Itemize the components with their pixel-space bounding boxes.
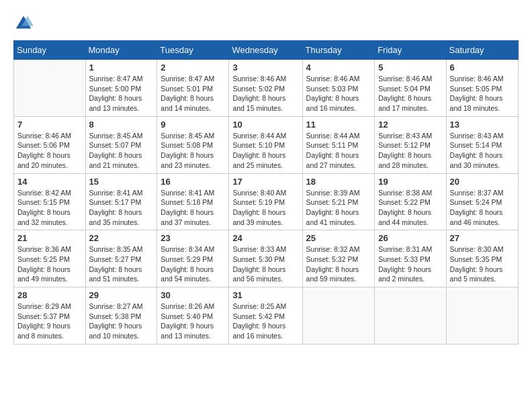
day-info: Sunrise: 8:46 AM Sunset: 5:06 PM Dayligh… [17,131,82,171]
day-number: 29 [89,290,154,300]
calendar-cell: 23Sunrise: 8:34 AM Sunset: 5:29 PM Dayli… [157,230,229,287]
calendar-cell: 11Sunrise: 8:44 AM Sunset: 5:11 PM Dayli… [302,116,375,173]
day-info: Sunrise: 8:30 AM Sunset: 5:35 PM Dayligh… [450,244,515,284]
day-info: Sunrise: 8:38 AM Sunset: 5:22 PM Dayligh… [378,188,442,228]
logo [13,13,36,34]
day-info: Sunrise: 8:42 AM Sunset: 5:15 PM Dayligh… [17,188,82,228]
day-number: 20 [450,177,515,187]
calendar-cell: 12Sunrise: 8:43 AM Sunset: 5:12 PM Dayli… [375,116,446,173]
day-info: Sunrise: 8:46 AM Sunset: 5:02 PM Dayligh… [232,74,298,113]
day-info: Sunrise: 8:45 AM Sunset: 5:07 PM Dayligh… [89,131,154,171]
col-header-wednesday: Wednesday [229,41,302,60]
calendar-cell: 5Sunrise: 8:46 AM Sunset: 5:04 PM Daylig… [375,60,446,117]
day-number: 10 [232,120,298,130]
day-number: 13 [450,120,515,130]
calendar-cell: 2Sunrise: 8:47 AM Sunset: 5:01 PM Daylig… [157,60,229,117]
day-info: Sunrise: 8:36 AM Sunset: 5:25 PM Dayligh… [17,244,82,284]
day-info: Sunrise: 8:40 AM Sunset: 5:19 PM Dayligh… [232,188,298,228]
calendar-cell: 20Sunrise: 8:37 AM Sunset: 5:24 PM Dayli… [446,173,518,230]
day-number: 11 [306,120,371,130]
day-info: Sunrise: 8:27 AM Sunset: 5:38 PM Dayligh… [89,302,154,341]
day-info: Sunrise: 8:43 AM Sunset: 5:12 PM Dayligh… [378,131,442,171]
day-info: Sunrise: 8:46 AM Sunset: 5:03 PM Dayligh… [306,74,371,113]
day-info: Sunrise: 8:47 AM Sunset: 5:01 PM Dayligh… [161,74,225,113]
day-number: 26 [378,233,442,243]
day-info: Sunrise: 8:35 AM Sunset: 5:27 PM Dayligh… [89,244,154,284]
day-info: Sunrise: 8:44 AM Sunset: 5:11 PM Dayligh… [306,131,371,171]
calendar-cell: 25Sunrise: 8:32 AM Sunset: 5:32 PM Dayli… [302,230,375,287]
col-header-thursday: Thursday [302,41,375,60]
day-number: 4 [306,62,371,73]
calendar-cell: 10Sunrise: 8:44 AM Sunset: 5:10 PM Dayli… [229,116,302,173]
day-info: Sunrise: 8:39 AM Sunset: 5:21 PM Dayligh… [306,188,371,228]
logo-icon [13,13,34,34]
day-number: 7 [17,120,82,130]
calendar-cell [375,287,446,345]
calendar-week-row: 14Sunrise: 8:42 AM Sunset: 5:15 PM Dayli… [14,173,519,230]
calendar-cell: 31Sunrise: 8:25 AM Sunset: 5:42 PM Dayli… [229,287,302,345]
calendar-cell: 24Sunrise: 8:33 AM Sunset: 5:30 PM Dayli… [229,230,302,287]
day-number: 2 [161,62,225,73]
day-number: 15 [89,177,154,187]
calendar-cell: 17Sunrise: 8:40 AM Sunset: 5:19 PM Dayli… [229,173,302,230]
day-info: Sunrise: 8:31 AM Sunset: 5:33 PM Dayligh… [378,244,442,284]
day-info: Sunrise: 8:43 AM Sunset: 5:14 PM Dayligh… [450,131,515,171]
day-number: 21 [17,233,82,243]
day-info: Sunrise: 8:33 AM Sunset: 5:30 PM Dayligh… [232,244,298,284]
calendar-cell: 6Sunrise: 8:46 AM Sunset: 5:05 PM Daylig… [446,60,518,117]
col-header-monday: Monday [85,41,157,60]
day-number: 18 [306,177,371,187]
day-info: Sunrise: 8:46 AM Sunset: 5:05 PM Dayligh… [450,74,515,113]
day-number: 14 [17,177,82,187]
calendar-table: SundayMondayTuesdayWednesdayThursdayFrid… [13,40,519,345]
day-number: 30 [161,290,225,300]
day-info: Sunrise: 8:47 AM Sunset: 5:00 PM Dayligh… [89,74,154,113]
day-info: Sunrise: 8:46 AM Sunset: 5:04 PM Dayligh… [378,74,442,113]
day-info: Sunrise: 8:41 AM Sunset: 5:18 PM Dayligh… [161,188,225,228]
calendar-cell: 3Sunrise: 8:46 AM Sunset: 5:02 PM Daylig… [229,60,302,117]
day-number: 12 [378,120,442,130]
day-number: 23 [161,233,225,243]
day-number: 24 [232,233,298,243]
calendar-cell: 8Sunrise: 8:45 AM Sunset: 5:07 PM Daylig… [85,116,157,173]
calendar-cell: 29Sunrise: 8:27 AM Sunset: 5:38 PM Dayli… [85,287,157,345]
calendar-cell: 15Sunrise: 8:41 AM Sunset: 5:17 PM Dayli… [85,173,157,230]
calendar-cell: 26Sunrise: 8:31 AM Sunset: 5:33 PM Dayli… [375,230,446,287]
calendar-cell: 28Sunrise: 8:29 AM Sunset: 5:37 PM Dayli… [14,287,86,345]
day-number: 31 [232,290,298,300]
day-number: 8 [89,120,154,130]
calendar-cell: 30Sunrise: 8:26 AM Sunset: 5:40 PM Dayli… [157,287,229,345]
calendar-cell: 27Sunrise: 8:30 AM Sunset: 5:35 PM Dayli… [446,230,518,287]
calendar-cell: 21Sunrise: 8:36 AM Sunset: 5:25 PM Dayli… [14,230,86,287]
calendar-week-row: 7Sunrise: 8:46 AM Sunset: 5:06 PM Daylig… [14,116,519,173]
calendar-cell: 13Sunrise: 8:43 AM Sunset: 5:14 PM Dayli… [446,116,518,173]
day-number: 3 [232,62,298,73]
calendar-week-row: 21Sunrise: 8:36 AM Sunset: 5:25 PM Dayli… [14,230,519,287]
calendar-cell [446,287,518,345]
day-number: 19 [378,177,442,187]
day-number: 25 [306,233,371,243]
day-info: Sunrise: 8:25 AM Sunset: 5:42 PM Dayligh… [232,302,298,341]
calendar-cell: 9Sunrise: 8:45 AM Sunset: 5:08 PM Daylig… [157,116,229,173]
calendar-header-row: SundayMondayTuesdayWednesdayThursdayFrid… [14,41,519,60]
day-number: 6 [450,62,515,73]
calendar-cell: 18Sunrise: 8:39 AM Sunset: 5:21 PM Dayli… [302,173,375,230]
day-info: Sunrise: 8:26 AM Sunset: 5:40 PM Dayligh… [161,302,225,341]
day-number: 27 [450,233,515,243]
day-number: 22 [89,233,154,243]
page-header [13,13,519,34]
calendar-cell: 4Sunrise: 8:46 AM Sunset: 5:03 PM Daylig… [302,60,375,117]
calendar-cell [14,60,86,117]
calendar-cell: 19Sunrise: 8:38 AM Sunset: 5:22 PM Dayli… [375,173,446,230]
day-number: 5 [378,62,442,73]
day-info: Sunrise: 8:45 AM Sunset: 5:08 PM Dayligh… [161,131,225,171]
day-info: Sunrise: 8:44 AM Sunset: 5:10 PM Dayligh… [232,131,298,171]
day-number: 17 [232,177,298,187]
day-info: Sunrise: 8:37 AM Sunset: 5:24 PM Dayligh… [450,188,515,228]
calendar-week-row: 28Sunrise: 8:29 AM Sunset: 5:37 PM Dayli… [14,287,519,345]
col-header-saturday: Saturday [446,41,518,60]
calendar-cell: 16Sunrise: 8:41 AM Sunset: 5:18 PM Dayli… [157,173,229,230]
col-header-friday: Friday [375,41,446,60]
day-info: Sunrise: 8:29 AM Sunset: 5:37 PM Dayligh… [17,302,82,341]
day-info: Sunrise: 8:32 AM Sunset: 5:32 PM Dayligh… [306,244,371,284]
